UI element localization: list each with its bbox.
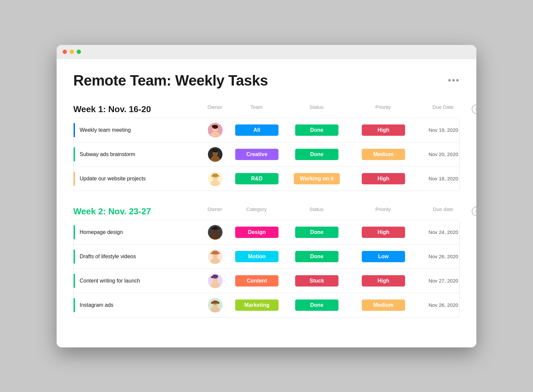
owner-cell	[200, 298, 230, 312]
avatar-svg	[208, 249, 223, 264]
week1-col-status: Status	[283, 104, 350, 114]
week1-col-owner: Owner	[200, 104, 230, 114]
svg-point-31	[211, 276, 214, 278]
week1-add-col: +	[470, 104, 476, 114]
task-name-cell: Homepage design	[74, 225, 200, 239]
svg-point-34	[211, 306, 220, 312]
priority-badge: Medium	[362, 299, 405, 311]
page-header: Remote Team: Weekly Tasks •••	[73, 72, 460, 89]
category-badge: Marketing	[235, 299, 278, 311]
status-cell: Done	[283, 298, 350, 312]
svg-point-38	[214, 302, 217, 304]
week2-col-headers: Week 2: Nov. 23-27 Owner Category Status…	[73, 204, 460, 219]
due-date-cell: Nov 18, 2020	[417, 176, 460, 181]
status-cell: Done	[283, 147, 350, 161]
week1-col-priority: Priority	[350, 104, 416, 114]
status-badge: Done	[295, 124, 338, 136]
team-cell: Creative	[230, 147, 283, 161]
svg-point-35	[212, 300, 218, 304]
week2-col-owner: Owner	[200, 206, 230, 217]
category-cell: Marketing	[230, 298, 283, 312]
priority-badge: High	[362, 173, 405, 184]
week1-table: Weekly team meeting	[73, 118, 460, 191]
team-badge: All	[235, 124, 278, 136]
svg-point-12	[212, 173, 219, 177]
app-window: Remote Team: Weekly Tasks ••• Week 1: No…	[57, 45, 476, 347]
week1-title: Week 1: Nov. 16-20	[73, 104, 200, 114]
svg-point-33	[213, 301, 218, 307]
table-row: Drafts of lifestyle videos	[74, 245, 459, 269]
minimize-dot[interactable]	[70, 50, 74, 54]
task-name-cell: Content writing for launch	[74, 274, 200, 288]
week2-col-due: Due date	[416, 206, 470, 217]
task-name: Subway ads brainstorm	[80, 151, 135, 157]
week1-col-headers: Week 1: Nov. 16-20 Owner Team Status Pri…	[73, 102, 460, 116]
avatar	[208, 171, 223, 186]
avatar	[208, 147, 223, 162]
avatar-svg	[208, 147, 223, 162]
team-cell: All	[230, 123, 283, 137]
owner-cell	[200, 225, 230, 240]
priority-cell: High	[350, 274, 417, 288]
week1-add-button[interactable]: +	[472, 104, 476, 114]
week1-col-team: Team	[230, 104, 283, 114]
status-badge: Done	[295, 227, 338, 238]
svg-point-9	[208, 171, 223, 186]
priority-cell: High	[350, 172, 417, 186]
status-badge: Working on it	[294, 173, 340, 184]
priority-badge: High	[362, 227, 405, 238]
svg-point-3	[212, 125, 218, 129]
svg-point-14	[217, 175, 219, 177]
svg-point-1	[213, 126, 218, 132]
category-cell: Motion	[230, 250, 283, 264]
week2-title: Week 2: Nov. 23-27	[73, 206, 200, 217]
priority-cell: High	[350, 225, 417, 239]
week2-col-category: Category	[230, 206, 283, 217]
week2-add-button[interactable]: +	[472, 207, 476, 216]
titlebar	[57, 45, 476, 59]
week2-col-priority: Priority	[350, 206, 416, 217]
svg-point-25	[211, 252, 214, 254]
avatar-svg	[208, 274, 223, 288]
task-name-cell: Instagram ads	[74, 298, 200, 312]
task-name: Content writing for launch	[80, 278, 140, 284]
priority-badge: Low	[362, 251, 405, 262]
svg-point-26	[217, 252, 220, 254]
due-date-cell: Nov 26, 2020	[417, 302, 460, 308]
due-date-cell: Nov 24, 2020	[417, 229, 460, 235]
close-dot[interactable]	[63, 50, 67, 54]
week1-col-due: Due Date	[416, 104, 470, 114]
table-row: Instagram ads	[74, 293, 459, 317]
svg-point-21	[208, 249, 223, 264]
priority-badge: Medium	[362, 149, 405, 160]
category-badge: Design	[235, 227, 278, 238]
svg-point-24	[212, 251, 219, 255]
task-name: Weekly team meeting	[80, 127, 131, 133]
week1-section: Week 1: Nov. 16-20 Owner Team Status Pri…	[73, 102, 460, 191]
svg-point-19	[212, 228, 214, 229]
status-badge: Stuck	[295, 275, 338, 287]
team-cell: R&D	[230, 172, 283, 186]
due-date-cell: Nov 27, 2020	[417, 278, 460, 284]
avatar	[208, 225, 223, 240]
avatar-svg	[208, 298, 223, 312]
due-date-cell: Nov 26, 2020	[417, 254, 460, 259]
svg-point-18	[212, 227, 218, 230]
avatar-svg	[208, 171, 223, 186]
task-name: Update our website projects	[80, 176, 146, 182]
more-options-button[interactable]: •••	[448, 72, 460, 86]
maximize-dot[interactable]	[77, 50, 81, 54]
svg-point-11	[211, 180, 220, 186]
task-name-cell: Weekly team meeting	[74, 123, 200, 137]
priority-cell: High	[350, 123, 417, 137]
table-row: Content writing for launch	[74, 269, 459, 293]
avatar-svg	[208, 225, 223, 240]
svg-point-8	[212, 149, 218, 152]
category-badge: Motion	[235, 251, 278, 262]
status-cell: Working on it	[283, 172, 350, 186]
svg-point-4	[212, 125, 215, 127]
svg-point-36	[211, 302, 214, 304]
task-name: Instagram ads	[80, 302, 113, 308]
category-cell: Design	[230, 225, 283, 239]
status-cell: Done	[283, 250, 350, 264]
